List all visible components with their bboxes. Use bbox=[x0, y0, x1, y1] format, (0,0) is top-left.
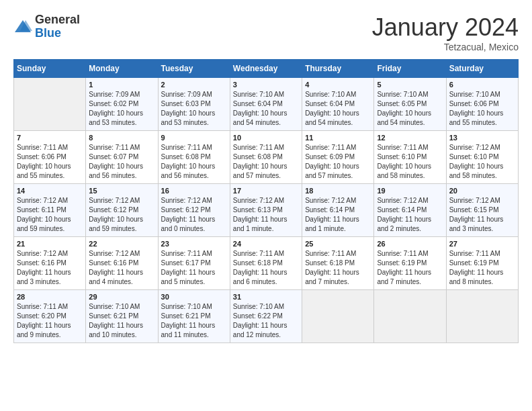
calendar-cell: 8Sunrise: 7:11 AM Sunset: 6:07 PM Daylig… bbox=[86, 131, 158, 184]
calendar-week-row: 28Sunrise: 7:11 AM Sunset: 6:20 PM Dayli… bbox=[14, 290, 519, 343]
day-number: 4 bbox=[305, 81, 371, 89]
calendar-cell: 5Sunrise: 7:10 AM Sunset: 6:05 PM Daylig… bbox=[374, 78, 446, 131]
calendar-cell: 16Sunrise: 7:12 AM Sunset: 6:12 PM Dayli… bbox=[158, 184, 230, 237]
day-info: Sunrise: 7:10 AM Sunset: 6:06 PM Dayligh… bbox=[449, 90, 515, 128]
day-info: Sunrise: 7:09 AM Sunset: 6:02 PM Dayligh… bbox=[89, 90, 154, 128]
day-info: Sunrise: 7:11 AM Sunset: 6:19 PM Dayligh… bbox=[377, 249, 443, 287]
calendar-cell: 2Sunrise: 7:09 AM Sunset: 6:03 PM Daylig… bbox=[158, 78, 230, 131]
calendar-cell: 25Sunrise: 7:11 AM Sunset: 6:18 PM Dayli… bbox=[302, 237, 374, 290]
calendar-cell: 12Sunrise: 7:11 AM Sunset: 6:10 PM Dayli… bbox=[374, 131, 446, 184]
day-of-week-header: Saturday bbox=[446, 60, 518, 78]
logo-text: General Blue bbox=[35, 13, 80, 40]
day-info: Sunrise: 7:11 AM Sunset: 6:08 PM Dayligh… bbox=[161, 143, 227, 181]
calendar-cell: 7Sunrise: 7:11 AM Sunset: 6:06 PM Daylig… bbox=[14, 131, 86, 184]
day-number: 17 bbox=[233, 187, 299, 195]
calendar-header-row: SundayMondayTuesdayWednesdayThursdayFrid… bbox=[14, 60, 519, 78]
day-number: 23 bbox=[161, 240, 227, 248]
calendar-cell: 3Sunrise: 7:10 AM Sunset: 6:04 PM Daylig… bbox=[230, 78, 302, 131]
day-number: 19 bbox=[377, 187, 443, 195]
calendar-cell: 30Sunrise: 7:10 AM Sunset: 6:21 PM Dayli… bbox=[158, 290, 230, 343]
day-number: 13 bbox=[449, 134, 515, 142]
day-info: Sunrise: 7:12 AM Sunset: 6:12 PM Dayligh… bbox=[89, 196, 154, 234]
day-info: Sunrise: 7:10 AM Sunset: 6:04 PM Dayligh… bbox=[233, 90, 299, 128]
day-info: Sunrise: 7:11 AM Sunset: 6:07 PM Dayligh… bbox=[89, 143, 154, 181]
day-info: Sunrise: 7:11 AM Sunset: 6:09 PM Dayligh… bbox=[305, 143, 371, 181]
logo: General Blue bbox=[13, 13, 80, 40]
calendar-cell: 19Sunrise: 7:12 AM Sunset: 6:14 PM Dayli… bbox=[374, 184, 446, 237]
day-of-week-header: Sunday bbox=[14, 60, 86, 78]
page-header: General Blue January 2024 Tetzacual, Mex… bbox=[13, 13, 519, 52]
day-of-week-header: Monday bbox=[86, 60, 158, 78]
day-info: Sunrise: 7:12 AM Sunset: 6:16 PM Dayligh… bbox=[89, 249, 154, 287]
day-info: Sunrise: 7:09 AM Sunset: 6:03 PM Dayligh… bbox=[161, 90, 227, 128]
day-number: 22 bbox=[89, 240, 154, 248]
day-number: 29 bbox=[89, 293, 154, 301]
calendar-cell: 6Sunrise: 7:10 AM Sunset: 6:06 PM Daylig… bbox=[446, 78, 518, 131]
day-info: Sunrise: 7:11 AM Sunset: 6:20 PM Dayligh… bbox=[17, 302, 83, 340]
day-info: Sunrise: 7:10 AM Sunset: 6:22 PM Dayligh… bbox=[233, 302, 299, 340]
day-info: Sunrise: 7:10 AM Sunset: 6:21 PM Dayligh… bbox=[161, 302, 227, 340]
day-info: Sunrise: 7:12 AM Sunset: 6:16 PM Dayligh… bbox=[17, 249, 83, 287]
day-number: 11 bbox=[305, 134, 371, 142]
day-info: Sunrise: 7:11 AM Sunset: 6:08 PM Dayligh… bbox=[233, 143, 299, 181]
day-info: Sunrise: 7:10 AM Sunset: 6:21 PM Dayligh… bbox=[89, 302, 154, 340]
calendar-week-row: 14Sunrise: 7:12 AM Sunset: 6:11 PM Dayli… bbox=[14, 184, 519, 237]
calendar-cell: 10Sunrise: 7:11 AM Sunset: 6:08 PM Dayli… bbox=[230, 131, 302, 184]
calendar-cell: 27Sunrise: 7:11 AM Sunset: 6:19 PM Dayli… bbox=[446, 237, 518, 290]
day-info: Sunrise: 7:12 AM Sunset: 6:14 PM Dayligh… bbox=[305, 196, 371, 234]
calendar-cell: 26Sunrise: 7:11 AM Sunset: 6:19 PM Dayli… bbox=[374, 237, 446, 290]
day-number: 31 bbox=[233, 293, 299, 301]
day-of-week-header: Tuesday bbox=[158, 60, 230, 78]
calendar-cell: 15Sunrise: 7:12 AM Sunset: 6:12 PM Dayli… bbox=[86, 184, 158, 237]
calendar-cell: 17Sunrise: 7:12 AM Sunset: 6:13 PM Dayli… bbox=[230, 184, 302, 237]
calendar-cell bbox=[14, 78, 86, 131]
day-number: 6 bbox=[449, 81, 515, 89]
calendar-cell: 13Sunrise: 7:12 AM Sunset: 6:10 PM Dayli… bbox=[446, 131, 518, 184]
calendar-cell: 24Sunrise: 7:11 AM Sunset: 6:18 PM Dayli… bbox=[230, 237, 302, 290]
day-number: 25 bbox=[305, 240, 371, 248]
calendar-cell: 28Sunrise: 7:11 AM Sunset: 6:20 PM Dayli… bbox=[14, 290, 86, 343]
day-number: 18 bbox=[305, 187, 371, 195]
calendar-cell: 29Sunrise: 7:10 AM Sunset: 6:21 PM Dayli… bbox=[86, 290, 158, 343]
day-info: Sunrise: 7:11 AM Sunset: 6:19 PM Dayligh… bbox=[449, 249, 515, 287]
calendar-week-row: 1Sunrise: 7:09 AM Sunset: 6:02 PM Daylig… bbox=[14, 78, 519, 131]
day-number: 21 bbox=[17, 240, 83, 248]
day-number: 8 bbox=[89, 134, 154, 142]
day-of-week-header: Thursday bbox=[302, 60, 374, 78]
logo-icon bbox=[13, 17, 32, 36]
day-of-week-header: Wednesday bbox=[230, 60, 302, 78]
day-info: Sunrise: 7:11 AM Sunset: 6:06 PM Dayligh… bbox=[17, 143, 83, 181]
day-info: Sunrise: 7:12 AM Sunset: 6:13 PM Dayligh… bbox=[233, 196, 299, 234]
day-number: 5 bbox=[377, 81, 443, 89]
day-number: 27 bbox=[449, 240, 515, 248]
calendar-body: 1Sunrise: 7:09 AM Sunset: 6:02 PM Daylig… bbox=[14, 78, 519, 343]
day-number: 7 bbox=[17, 134, 83, 142]
day-info: Sunrise: 7:11 AM Sunset: 6:10 PM Dayligh… bbox=[377, 143, 443, 181]
day-number: 28 bbox=[17, 293, 83, 301]
calendar-cell: 1Sunrise: 7:09 AM Sunset: 6:02 PM Daylig… bbox=[86, 78, 158, 131]
day-number: 30 bbox=[161, 293, 227, 301]
calendar-cell: 9Sunrise: 7:11 AM Sunset: 6:08 PM Daylig… bbox=[158, 131, 230, 184]
day-info: Sunrise: 7:10 AM Sunset: 6:04 PM Dayligh… bbox=[305, 90, 371, 128]
day-info: Sunrise: 7:11 AM Sunset: 6:18 PM Dayligh… bbox=[305, 249, 371, 287]
day-number: 1 bbox=[89, 81, 154, 89]
calendar-cell: 4Sunrise: 7:10 AM Sunset: 6:04 PM Daylig… bbox=[302, 78, 374, 131]
day-info: Sunrise: 7:12 AM Sunset: 6:12 PM Dayligh… bbox=[161, 196, 227, 234]
day-number: 2 bbox=[161, 81, 227, 89]
calendar-cell bbox=[374, 290, 446, 343]
calendar-cell: 21Sunrise: 7:12 AM Sunset: 6:16 PM Dayli… bbox=[14, 237, 86, 290]
month-title: January 2024 bbox=[372, 13, 519, 42]
day-info: Sunrise: 7:11 AM Sunset: 6:17 PM Dayligh… bbox=[161, 249, 227, 287]
day-number: 16 bbox=[161, 187, 227, 195]
calendar-cell: 11Sunrise: 7:11 AM Sunset: 6:09 PM Dayli… bbox=[302, 131, 374, 184]
day-number: 12 bbox=[377, 134, 443, 142]
calendar-cell bbox=[446, 290, 518, 343]
day-number: 24 bbox=[233, 240, 299, 248]
title-section: January 2024 Tetzacual, Mexico bbox=[372, 13, 519, 52]
day-info: Sunrise: 7:12 AM Sunset: 6:10 PM Dayligh… bbox=[449, 143, 515, 181]
calendar-week-row: 7Sunrise: 7:11 AM Sunset: 6:06 PM Daylig… bbox=[14, 131, 519, 184]
day-number: 14 bbox=[17, 187, 83, 195]
day-info: Sunrise: 7:12 AM Sunset: 6:14 PM Dayligh… bbox=[377, 196, 443, 234]
calendar-cell: 14Sunrise: 7:12 AM Sunset: 6:11 PM Dayli… bbox=[14, 184, 86, 237]
location: Tetzacual, Mexico bbox=[372, 42, 519, 52]
